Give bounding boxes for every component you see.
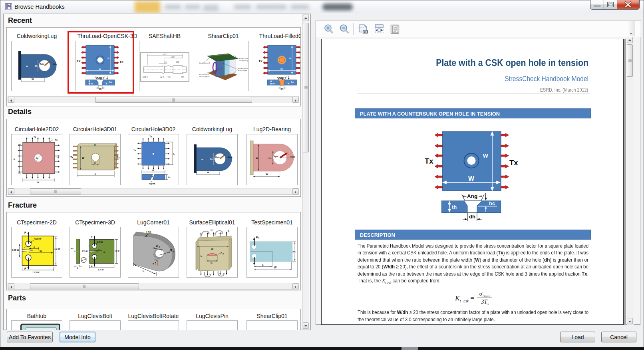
svg-text:403: 403 <box>167 76 171 78</box>
svg-text:Wear ClipBase: Wear ClipBase <box>199 76 209 78</box>
svg-text:Four Fastener: Four Fastener <box>199 74 209 76</box>
svg-text:alpha: alpha <box>149 182 155 185</box>
svg-text:2H: 2H <box>292 250 296 253</box>
svg-text:and Spin Cap: and Spin Cap <box>239 60 248 62</box>
svg-text:Tx: Tx <box>70 156 74 159</box>
svg-text:404: 404 <box>181 76 184 78</box>
svg-text:a: a <box>262 264 264 266</box>
svg-text:H: H <box>14 158 15 160</box>
svg-text:Four Fasteners: Four Fasteners <box>238 68 248 70</box>
svg-text:w: w <box>483 152 488 159</box>
svg-text:D: D <box>94 162 96 164</box>
svg-text:th: th <box>452 204 457 210</box>
svg-text:e: e <box>173 250 174 252</box>
svg-text:M: M <box>211 229 213 231</box>
svg-text:a: a <box>34 246 35 248</box>
svg-text:Tx: Tx <box>117 156 120 159</box>
svg-text:Theta: Theta <box>290 156 295 158</box>
svg-text:b: b <box>77 267 78 269</box>
svg-text:W: W <box>82 156 85 159</box>
svg-text:1.25 W: 1.25 W <box>98 269 104 271</box>
svg-text:dia: dia <box>36 157 38 159</box>
svg-text:L: L <box>95 173 96 175</box>
svg-text:W: W <box>256 157 258 160</box>
svg-text:W: W <box>211 248 214 250</box>
svg-text:hc: hc <box>489 200 495 206</box>
svg-text:62.5 6: 62.5 6 <box>143 76 148 78</box>
svg-text:w/n: w/n <box>70 247 74 249</box>
svg-text:0.25 W: 0.25 W <box>34 238 42 240</box>
svg-text:Bonded sheet B: Bonded sheet B <box>199 62 210 64</box>
svg-text:433: 433 <box>163 54 167 56</box>
svg-text:W: W <box>274 266 277 269</box>
svg-text:0.55 W: 0.55 W <box>82 250 88 252</box>
svg-text:32 8: 32 8 <box>160 76 164 78</box>
svg-text:Thk: Thk <box>146 230 151 234</box>
svg-text:W: W <box>37 181 40 184</box>
svg-text:Tx: Tx <box>425 157 433 165</box>
svg-text:1.2 W: 1.2 W <box>54 248 60 250</box>
svg-text:0.25 W: 0.25 W <box>97 241 103 243</box>
svg-text:Tx: Tx <box>509 158 518 167</box>
svg-text:1.25 W: 1.25 W <box>32 271 40 274</box>
svg-text:D: D <box>156 244 158 247</box>
svg-text:th: th <box>94 144 96 146</box>
svg-text:Tx: Tx <box>133 149 136 152</box>
svg-text:200: 200 <box>171 56 175 58</box>
svg-text:th: th <box>168 176 170 178</box>
svg-text:a: a <box>152 176 153 178</box>
svg-text:W: W <box>152 169 155 172</box>
svg-text:Ty: Ty <box>149 135 152 138</box>
svg-text:F: F <box>24 231 26 234</box>
svg-text:dh: dh <box>469 214 475 220</box>
svg-text:60: 60 <box>165 62 167 64</box>
svg-text:Dh: Dh <box>268 157 272 160</box>
svg-text:W: W <box>266 173 268 176</box>
svg-text:Ang: Ang <box>467 193 477 199</box>
svg-text:R: R <box>170 249 172 252</box>
svg-text:Fpin: Fpin <box>274 155 278 158</box>
svg-text:L: L <box>143 270 145 272</box>
svg-text:F: F <box>24 267 26 270</box>
svg-text:2c: 2c <box>211 262 213 264</box>
svg-text:F: F <box>91 236 93 238</box>
svg-text:Shear ClipHB: Shear ClipHB <box>238 70 247 72</box>
svg-text:h: h <box>159 246 160 248</box>
svg-text:L: L <box>201 254 202 257</box>
svg-text:0.55 W: 0.55 W <box>12 249 19 251</box>
svg-text:W: W <box>40 250 42 252</box>
svg-text:S: S <box>228 230 229 232</box>
svg-text:100: 100 <box>176 61 179 63</box>
svg-text:Po: Po <box>256 236 259 239</box>
svg-text:Ts: Ts <box>55 139 58 141</box>
svg-text:L: L <box>173 153 175 155</box>
svg-text:Bonded Shim: Bonded Shim <box>239 58 248 60</box>
svg-text:W: W <box>468 175 475 182</box>
svg-text:100: 100 <box>364 31 368 33</box>
svg-text:Tx: Tx <box>56 156 59 159</box>
svg-text:Ty: Ty <box>34 136 36 138</box>
svg-text:1.2 W: 1.2 W <box>115 250 120 252</box>
